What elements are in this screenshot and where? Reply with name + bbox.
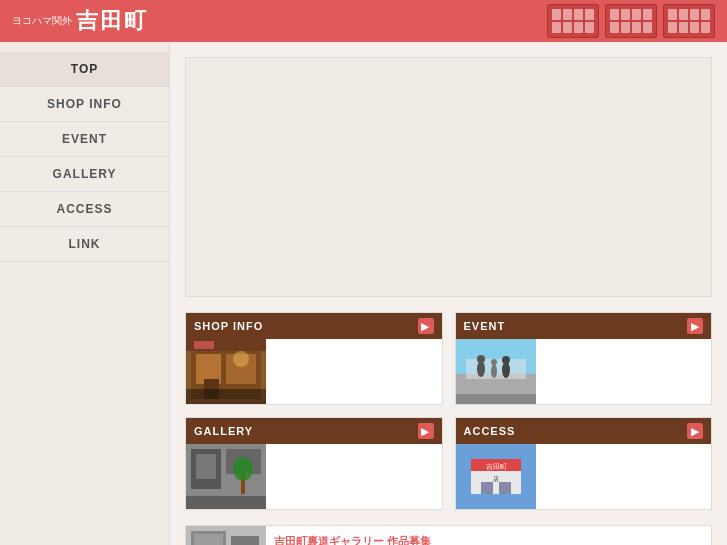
section-box-header-event: EVENT ▶ xyxy=(456,313,712,339)
header-icon-cell xyxy=(621,22,630,33)
header-icon-cell xyxy=(563,9,572,20)
news-area: 吉田町裏道ギャラリー 作品募集 2009年10月、吉田町メイン通りから1本入った… xyxy=(185,525,712,545)
svg-rect-32 xyxy=(499,482,511,494)
sidebar-item-link[interactable]: LINK xyxy=(0,227,169,262)
sidebar-item-shop-info[interactable]: SHOP INFO xyxy=(0,87,169,122)
header-icon-cell xyxy=(552,22,561,33)
news-thumb-svg xyxy=(186,526,266,545)
thumb-svg-event xyxy=(456,339,536,404)
header-nav-icons xyxy=(547,4,715,38)
section-thumb-event xyxy=(456,339,536,404)
sidebar-item-gallery[interactable]: GALLERY xyxy=(0,157,169,192)
section-arrow-access: ▶ xyxy=(687,423,703,439)
svg-rect-36 xyxy=(231,536,259,545)
section-thumb-shop-info xyxy=(186,339,266,404)
section-box-shop-info[interactable]: SHOP INFO ▶ xyxy=(185,312,443,405)
news-content: 吉田町裏道ギャラリー 作品募集 2009年10月、吉田町メイン通りから1本入った… xyxy=(266,526,711,545)
sidebar: TOP SHOP INFO EVENT GALLERY ACCESS LINK xyxy=(0,42,170,545)
section-box-access[interactable]: ACCESS ▶ 吉田町 店 xyxy=(455,417,713,510)
section-box-header-shop-info: SHOP INFO ▶ xyxy=(186,313,442,339)
header-site-small: ヨコハマ関外 xyxy=(12,14,72,28)
header-icon-cell xyxy=(690,22,699,33)
header-icon-cell xyxy=(585,9,594,20)
sidebar-item-top[interactable]: TOP xyxy=(0,52,169,87)
section-content-event xyxy=(456,339,712,404)
svg-text:吉田町: 吉田町 xyxy=(485,463,506,470)
news-thumb xyxy=(186,526,266,545)
main-content: SHOP INFO ▶ xyxy=(170,42,727,545)
header-icon-cell xyxy=(701,9,710,20)
section-label-event: EVENT xyxy=(464,320,506,332)
header-icon-cell xyxy=(643,22,652,33)
svg-point-12 xyxy=(477,361,485,377)
section-content-gallery xyxy=(186,444,442,509)
news-title: 吉田町裏道ギャラリー 作品募集 xyxy=(274,534,703,545)
svg-rect-6 xyxy=(194,341,214,349)
section-label-shop-info: SHOP INFO xyxy=(194,320,263,332)
header-icon-cell xyxy=(574,9,583,20)
svg-text:店: 店 xyxy=(493,475,499,482)
section-box-header-gallery: GALLERY ▶ xyxy=(186,418,442,444)
section-box-event[interactable]: EVENT ▶ xyxy=(455,312,713,405)
thumb-svg-access: 吉田町 店 xyxy=(456,444,536,509)
header-icon-cell xyxy=(585,22,594,33)
header-icon-cell xyxy=(552,9,561,20)
section-content-shop-info xyxy=(186,339,442,404)
section-content-access: 吉田町 店 xyxy=(456,444,712,509)
section-box-gallery[interactable]: GALLERY ▶ xyxy=(185,417,443,510)
svg-point-24 xyxy=(233,457,253,481)
svg-rect-35 xyxy=(194,534,223,545)
svg-rect-8 xyxy=(186,389,266,404)
header-logo: ヨコハマ関外 吉田町 xyxy=(12,6,148,36)
header: ヨコハマ関外 吉田町 xyxy=(0,0,727,42)
section-arrow-gallery: ▶ xyxy=(418,423,434,439)
header-site-title: 吉田町 xyxy=(76,6,148,36)
svg-point-13 xyxy=(477,355,485,363)
svg-point-14 xyxy=(491,364,497,378)
header-icon-cell xyxy=(563,22,572,33)
thumb-svg-shop-info xyxy=(186,339,266,404)
section-thumb-gallery xyxy=(186,444,266,509)
header-icon-cell xyxy=(668,22,677,33)
section-box-header-access: ACCESS ▶ xyxy=(456,418,712,444)
section-grid: SHOP INFO ▶ xyxy=(185,312,712,510)
sidebar-item-access[interactable]: ACCESS xyxy=(0,192,169,227)
header-icon-cell xyxy=(621,9,630,20)
header-icon-cell xyxy=(701,22,710,33)
section-arrow-event: ▶ xyxy=(687,318,703,334)
header-icon-cell xyxy=(632,9,641,20)
svg-rect-18 xyxy=(456,394,536,404)
header-icon-cell xyxy=(643,9,652,20)
svg-point-16 xyxy=(502,362,510,378)
section-thumb-access: 吉田町 店 xyxy=(456,444,536,509)
svg-point-17 xyxy=(502,356,510,364)
header-icon-cell xyxy=(610,22,619,33)
header-icon-cell xyxy=(679,22,688,33)
sidebar-item-event[interactable]: EVENT xyxy=(0,122,169,157)
svg-point-15 xyxy=(491,359,497,365)
header-icon-box-2[interactable] xyxy=(605,4,657,38)
layout: TOP SHOP INFO EVENT GALLERY ACCESS LINK … xyxy=(0,42,727,545)
header-icon-box-3[interactable] xyxy=(663,4,715,38)
section-label-gallery: GALLERY xyxy=(194,425,253,437)
svg-rect-25 xyxy=(186,496,266,509)
svg-rect-22 xyxy=(196,454,216,479)
header-icon-cell xyxy=(610,9,619,20)
header-icon-cell xyxy=(690,9,699,20)
svg-point-7 xyxy=(233,351,249,367)
thumb-svg-gallery xyxy=(186,444,266,509)
header-icon-cell xyxy=(574,22,583,33)
header-icon-cell xyxy=(679,9,688,20)
section-arrow-shop-info: ▶ xyxy=(418,318,434,334)
top-banner xyxy=(185,57,712,297)
header-icon-cell xyxy=(632,22,641,33)
header-icon-box-1[interactable] xyxy=(547,4,599,38)
svg-rect-31 xyxy=(481,482,493,494)
header-icon-cell xyxy=(668,9,677,20)
section-label-access: ACCESS xyxy=(464,425,516,437)
